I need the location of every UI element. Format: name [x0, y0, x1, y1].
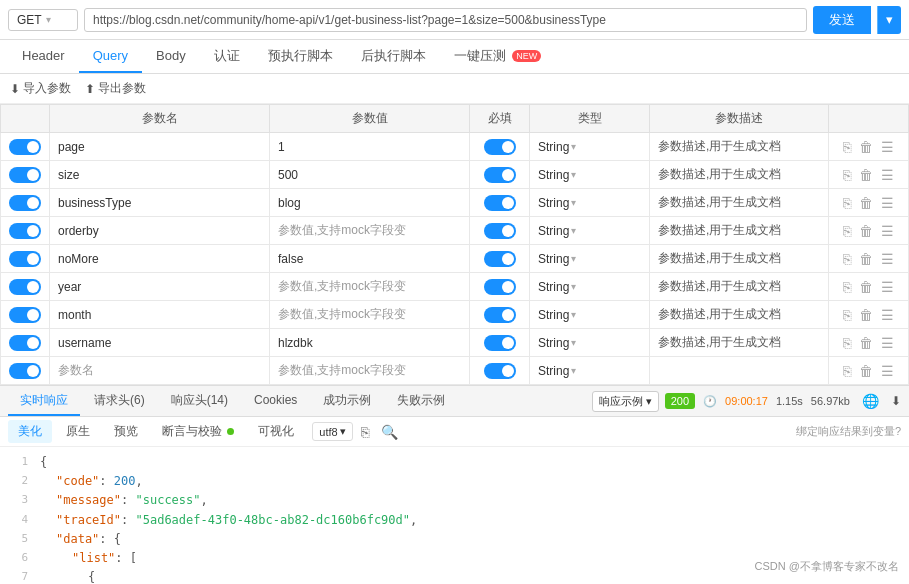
- row-desc-cell[interactable]: 参数描述,用于生成文档: [650, 161, 829, 189]
- reorder-row-icon[interactable]: ☰: [881, 335, 894, 351]
- row-required-toggle-8[interactable]: [484, 363, 516, 379]
- delete-row-icon[interactable]: 🗑: [859, 307, 873, 323]
- row-required-toggle-1[interactable]: [484, 167, 516, 183]
- tab-stress[interactable]: 一键压测 NEW: [440, 39, 556, 75]
- delete-row-icon[interactable]: 🗑: [859, 363, 873, 379]
- type-chevron-icon[interactable]: ▾: [571, 337, 576, 348]
- delete-row-icon[interactable]: 🗑: [859, 223, 873, 239]
- row-desc-cell[interactable]: 参数描述,用于生成文档: [650, 245, 829, 273]
- type-chevron-icon[interactable]: ▾: [571, 365, 576, 376]
- type-chevron-icon[interactable]: ▾: [571, 281, 576, 292]
- row-name-cell[interactable]: businessType: [50, 189, 270, 217]
- delete-row-icon[interactable]: 🗑: [859, 335, 873, 351]
- delete-row-icon[interactable]: 🗑: [859, 139, 873, 155]
- row-name-cell[interactable]: orderby: [50, 217, 270, 245]
- tab-post-script[interactable]: 后执行脚本: [347, 39, 440, 75]
- row-name-cell[interactable]: username: [50, 329, 270, 357]
- rv-tab-preview[interactable]: 预览: [104, 420, 148, 443]
- row-required-toggle-0[interactable]: [484, 139, 516, 155]
- tab-query[interactable]: Query: [79, 40, 142, 73]
- row-desc-cell[interactable]: 参数描述,用于生成文档: [650, 217, 829, 245]
- type-chevron-icon[interactable]: ▾: [571, 141, 576, 152]
- row-required-toggle-6[interactable]: [484, 307, 516, 323]
- row-value-cell[interactable]: 参数值,支持mock字段变: [270, 217, 470, 245]
- row-required-toggle-4[interactable]: [484, 251, 516, 267]
- copy-row-icon[interactable]: ⎘: [843, 139, 851, 155]
- type-chevron-icon[interactable]: ▾: [571, 253, 576, 264]
- row-value-cell[interactable]: 1: [270, 133, 470, 161]
- row-name-cell[interactable]: noMore: [50, 245, 270, 273]
- tab-cookies[interactable]: Cookies: [242, 388, 309, 414]
- tab-header[interactable]: Header: [8, 40, 79, 73]
- row-desc-cell[interactable]: [650, 357, 829, 385]
- reorder-row-icon[interactable]: ☰: [881, 223, 894, 239]
- tab-success-example[interactable]: 成功示例: [311, 387, 383, 416]
- row-value-cell[interactable]: 500: [270, 161, 470, 189]
- row-toggle-7[interactable]: [9, 335, 41, 351]
- copy-row-icon[interactable]: ⎘: [843, 223, 851, 239]
- row-name-cell[interactable]: page: [50, 133, 270, 161]
- copy-row-icon[interactable]: ⎘: [843, 195, 851, 211]
- reorder-row-icon[interactable]: ☰: [881, 307, 894, 323]
- row-toggle-2[interactable]: [9, 195, 41, 211]
- reorder-row-icon[interactable]: ☰: [881, 195, 894, 211]
- row-toggle-3[interactable]: [9, 223, 41, 239]
- row-required-toggle-7[interactable]: [484, 335, 516, 351]
- row-required-toggle-5[interactable]: [484, 279, 516, 295]
- copy-row-icon[interactable]: ⎘: [843, 167, 851, 183]
- import-params-link[interactable]: ⬇ 导入参数: [10, 80, 71, 97]
- row-desc-cell[interactable]: 参数描述,用于生成文档: [650, 329, 829, 357]
- reorder-row-icon[interactable]: ☰: [881, 363, 894, 379]
- row-value-cell[interactable]: false: [270, 245, 470, 273]
- copy-row-icon[interactable]: ⎘: [843, 251, 851, 267]
- row-value-cell[interactable]: 参数值,支持mock字段变: [270, 273, 470, 301]
- rv-tab-beautify[interactable]: 美化: [8, 420, 52, 443]
- delete-row-icon[interactable]: 🗑: [859, 195, 873, 211]
- copy-row-icon[interactable]: ⎘: [843, 335, 851, 351]
- row-toggle-1[interactable]: [9, 167, 41, 183]
- reorder-row-icon[interactable]: ☰: [881, 139, 894, 155]
- copy-row-icon[interactable]: ⎘: [843, 279, 851, 295]
- method-select[interactable]: GET ▾: [8, 9, 78, 31]
- response-example-dropdown[interactable]: 响应示例 ▾: [592, 391, 659, 412]
- row-desc-cell[interactable]: 参数描述,用于生成文档: [650, 273, 829, 301]
- row-toggle-8[interactable]: [9, 363, 41, 379]
- send-button[interactable]: 发送: [813, 6, 871, 34]
- delete-row-icon[interactable]: 🗑: [859, 279, 873, 295]
- row-value-cell[interactable]: 参数值,支持mock字段变: [270, 357, 470, 385]
- row-required-toggle-3[interactable]: [484, 223, 516, 239]
- row-toggle-6[interactable]: [9, 307, 41, 323]
- row-required-toggle-2[interactable]: [484, 195, 516, 211]
- send-dropdown-button[interactable]: ▾: [877, 6, 901, 34]
- row-desc-cell[interactable]: 参数描述,用于生成文档: [650, 189, 829, 217]
- row-value-cell[interactable]: blog: [270, 189, 470, 217]
- tab-pre-script[interactable]: 预执行脚本: [254, 39, 347, 75]
- row-toggle-0[interactable]: [9, 139, 41, 155]
- copy-row-icon[interactable]: ⎘: [843, 307, 851, 323]
- type-chevron-icon[interactable]: ▾: [571, 169, 576, 180]
- row-desc-cell[interactable]: 参数描述,用于生成文档: [650, 301, 829, 329]
- tab-request-headers[interactable]: 请求头(6): [82, 387, 157, 416]
- tab-realtime-response[interactable]: 实时响应: [8, 387, 80, 416]
- type-chevron-icon[interactable]: ▾: [571, 309, 576, 320]
- row-value-cell[interactable]: hlzdbk: [270, 329, 470, 357]
- copy-icon[interactable]: ⎘: [357, 422, 373, 442]
- reorder-row-icon[interactable]: ☰: [881, 279, 894, 295]
- type-chevron-icon[interactable]: ▾: [571, 197, 576, 208]
- row-toggle-4[interactable]: [9, 251, 41, 267]
- row-name-cell[interactable]: year: [50, 273, 270, 301]
- url-input[interactable]: [84, 8, 807, 32]
- row-name-cell[interactable]: month: [50, 301, 270, 329]
- reorder-row-icon[interactable]: ☰: [881, 251, 894, 267]
- row-name-cell[interactable]: 参数名: [50, 357, 270, 385]
- globe-icon[interactable]: 🌐: [862, 393, 879, 409]
- export-params-link[interactable]: ⬆ 导出参数: [85, 80, 146, 97]
- rv-tab-raw[interactable]: 原生: [56, 420, 100, 443]
- search-icon[interactable]: 🔍: [377, 422, 402, 442]
- type-chevron-icon[interactable]: ▾: [571, 225, 576, 236]
- row-toggle-5[interactable]: [9, 279, 41, 295]
- rv-tab-visual[interactable]: 可视化: [248, 420, 304, 443]
- delete-row-icon[interactable]: 🗑: [859, 251, 873, 267]
- row-desc-cell[interactable]: 参数描述,用于生成文档: [650, 133, 829, 161]
- copy-row-icon[interactable]: ⎘: [843, 363, 851, 379]
